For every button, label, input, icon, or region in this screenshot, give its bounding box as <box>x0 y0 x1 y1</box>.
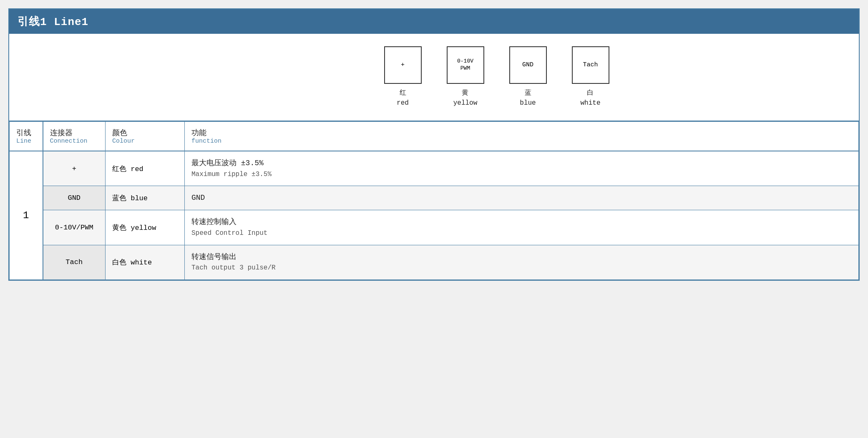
table-header-row: 引线 Line 连接器 Connection 颜色 Colour 功能 func… <box>10 122 859 151</box>
pin-en-plus: red <box>397 99 409 107</box>
header-line-en: Line <box>16 138 36 145</box>
pin-label-gnd: 蓝 blue <box>520 88 536 108</box>
func-speed-cn: 转速控制输入 <box>191 216 852 228</box>
pin-en-gnd: blue <box>520 99 536 107</box>
func-tach-cn: 转速信号输出 <box>191 251 852 263</box>
title-bar: 引线1 Line1 <box>9 9 859 34</box>
pin-en-tach: white <box>580 99 600 107</box>
colour-white: 白色 white <box>106 245 185 279</box>
table-row: Tach 白色 white 转速信号输出 Tach output 3 pulse… <box>10 245 859 279</box>
header-conn-en: Connection <box>50 138 99 145</box>
header-colour-cn: 颜色 <box>112 128 178 138</box>
func-ripple: 最大电压波动 ±3.5% Maximum ripple ±3.5% <box>185 151 859 186</box>
header-line: 引线 Line <box>10 122 43 151</box>
conn-tach: Tach <box>43 245 106 279</box>
colour-red: 红色 red <box>106 151 185 186</box>
header-conn: 连接器 Connection <box>43 122 106 151</box>
pin-en-pwm: yellow <box>453 99 478 107</box>
func-ripple-cn: 最大电压波动 ±3.5% <box>191 157 852 169</box>
func-tach: 转速信号输出 Tach output 3 pulse/R <box>185 245 859 279</box>
colour-blue: 蓝色 blue <box>106 186 185 210</box>
pin-label-pwm: 黄 yellow <box>453 88 478 108</box>
pin-label-plus: 红 red <box>397 88 409 108</box>
page-title: 引线1 Line1 <box>18 16 88 28</box>
pin-cn-plus: 红 <box>400 89 406 97</box>
pin-cn-pwm: 黄 <box>462 89 468 97</box>
pin-tach: Tach 白 white <box>572 46 609 108</box>
func-tach-en: Tach output 3 pulse/R <box>191 263 852 274</box>
table-row: 0-10V/PWM 黄色 yellow 转速控制输入 Speed Control… <box>10 210 859 245</box>
line-number-1: 1 <box>10 151 43 279</box>
pin-box-tach: Tach <box>572 46 609 84</box>
func-gnd: GND <box>185 186 859 210</box>
table-row: 1 + 红色 red 最大电压波动 ±3.5% Maximum ripple ±… <box>10 151 859 186</box>
pin-box-plus: + <box>384 46 422 84</box>
main-table: 引线 Line 连接器 Connection 颜色 Colour 功能 func… <box>9 121 859 280</box>
conn-pwm: 0-10V/PWM <box>43 210 106 245</box>
pin-pwm: 0-10VPWM 黄 yellow <box>447 46 484 108</box>
header-colour-en: Colour <box>112 138 178 145</box>
pin-plus: + 红 red <box>384 46 422 108</box>
header-func-cn: 功能 <box>191 128 852 138</box>
pin-gnd: GND 蓝 blue <box>509 46 547 108</box>
conn-gnd: GND <box>43 186 106 210</box>
colour-yellow: 黄色 yellow <box>106 210 185 245</box>
header-function: 功能 function <box>185 122 859 151</box>
header-func-en: function <box>191 138 852 145</box>
pin-box-pwm: 0-10VPWM <box>447 46 484 84</box>
func-speed-en: Speed Control Input <box>191 228 852 239</box>
pin-box-gnd: GND <box>509 46 547 84</box>
header-colour: 颜色 Colour <box>106 122 185 151</box>
pin-cn-gnd: 蓝 <box>525 89 531 97</box>
header-line-cn: 引线 <box>16 128 36 138</box>
conn-plus: + <box>43 151 106 186</box>
table-row: GND 蓝色 blue GND <box>10 186 859 210</box>
header-conn-cn: 连接器 <box>50 128 99 138</box>
diagram-section: + 红 red 0-10VPWM 黄 yellow GND 蓝 blu <box>9 34 859 121</box>
connector-diagram: + 红 red 0-10VPWM 黄 yellow GND 蓝 blu <box>384 46 609 108</box>
pin-label-tach: 白 white <box>580 88 600 108</box>
func-gnd-cn: GND <box>191 192 852 204</box>
pin-cn-tach: 白 <box>587 89 594 97</box>
main-container: 引线1 Line1 + 红 red 0-10VPWM 黄 yellow <box>8 8 860 281</box>
func-speed: 转速控制输入 Speed Control Input <box>185 210 859 245</box>
table-section: 引线 Line 连接器 Connection 颜色 Colour 功能 func… <box>9 121 859 280</box>
func-ripple-en: Maximum ripple ±3.5% <box>191 169 852 180</box>
